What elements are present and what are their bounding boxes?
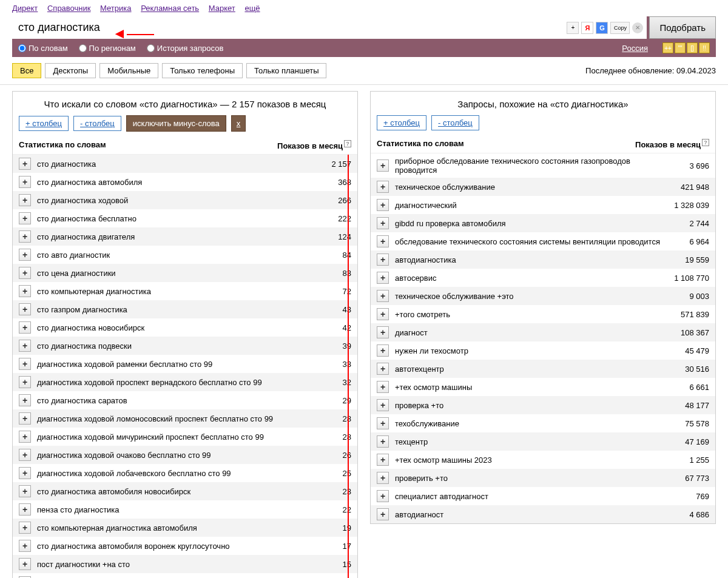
del-column-button[interactable]: - столбец bbox=[73, 116, 121, 131]
expand-icon[interactable]: + bbox=[377, 308, 389, 320]
expand-icon[interactable]: + bbox=[19, 267, 31, 279]
help-icon[interactable]: ? bbox=[702, 139, 709, 146]
tab-all[interactable]: Все bbox=[12, 63, 41, 78]
expand-icon[interactable]: + bbox=[19, 340, 31, 352]
keyword-text[interactable]: автосервис bbox=[395, 274, 661, 283]
tab-mobile[interactable]: Мобильные bbox=[99, 63, 158, 78]
mini-plus-icon[interactable]: ++ bbox=[662, 42, 673, 53]
expand-icon[interactable]: + bbox=[377, 490, 389, 502]
expand-icon[interactable]: + bbox=[19, 540, 31, 552]
tab-phones[interactable]: Только телефоны bbox=[162, 63, 243, 78]
expand-icon[interactable]: + bbox=[19, 449, 31, 461]
add-column-button[interactable]: + столбец bbox=[377, 115, 426, 130]
nav-link[interactable]: Рекламная сеть bbox=[141, 4, 199, 13]
keyword-text[interactable]: сто диагностика двигателя bbox=[37, 232, 303, 241]
keyword-text[interactable]: диагностика ходовой проспект вернадского… bbox=[37, 378, 303, 387]
expand-icon[interactable]: + bbox=[377, 454, 389, 466]
tab-desktop[interactable]: Десктопы bbox=[45, 63, 96, 78]
keyword-text[interactable]: сто диагностика подвески bbox=[37, 341, 303, 351]
expand-icon[interactable]: + bbox=[19, 158, 31, 170]
keyword-text[interactable]: диагност bbox=[395, 328, 661, 337]
keyword-text[interactable]: автодиагност bbox=[395, 510, 661, 519]
expand-icon[interactable]: + bbox=[377, 363, 389, 375]
keyword-text[interactable]: специалист автодиагност bbox=[395, 492, 661, 501]
yandex-icon[interactable]: Я bbox=[581, 22, 593, 34]
region-link[interactable]: Россия bbox=[622, 44, 648, 53]
expand-icon[interactable]: + bbox=[377, 160, 389, 172]
clear-icon[interactable]: ✕ bbox=[632, 22, 643, 33]
radio-by-regions[interactable]: По регионам bbox=[79, 44, 136, 53]
tab-tablets[interactable]: Только планшеты bbox=[246, 63, 326, 78]
keyword-text[interactable]: техническое обслуживание bbox=[395, 183, 661, 192]
nav-link[interactable]: Маркет bbox=[209, 4, 235, 13]
expand-icon[interactable]: + bbox=[19, 431, 31, 443]
mini-exclaim-icon[interactable]: !! bbox=[699, 42, 710, 53]
expand-icon[interactable]: + bbox=[19, 358, 31, 370]
keyword-text[interactable]: диагностика ходовой очаково бесплатно ст… bbox=[37, 451, 303, 460]
search-input[interactable] bbox=[12, 16, 563, 39]
keyword-text[interactable]: диагностика ходовой раменки бесплатно ст… bbox=[37, 360, 303, 369]
del-column-button[interactable]: - столбец bbox=[431, 115, 479, 130]
expand-icon[interactable]: + bbox=[19, 503, 31, 516]
expand-icon[interactable]: + bbox=[377, 508, 389, 520]
keyword-text[interactable]: сто диагностика ходовой bbox=[37, 196, 303, 205]
keyword-text[interactable]: техцентр bbox=[395, 437, 661, 446]
expand-icon[interactable]: + bbox=[377, 344, 389, 357]
expand-icon[interactable]: + bbox=[377, 417, 389, 429]
expand-icon[interactable]: + bbox=[19, 212, 31, 224]
expand-icon[interactable]: + bbox=[377, 272, 389, 284]
radio-by-words[interactable]: По словам bbox=[18, 44, 68, 53]
keyword-text[interactable]: +тех осмотр машины bbox=[395, 383, 661, 392]
expand-icon[interactable]: + bbox=[19, 303, 31, 315]
nav-link[interactable]: Метрика bbox=[100, 4, 131, 13]
expand-icon[interactable]: + bbox=[377, 472, 389, 484]
keyword-text[interactable]: +тех осмотр машины 2023 bbox=[395, 455, 661, 465]
keyword-text[interactable]: сто диагностика автомобиля новосибирск bbox=[37, 487, 303, 496]
expand-icon[interactable]: + bbox=[19, 467, 31, 479]
keyword-text[interactable]: сто диагностика bbox=[37, 160, 303, 169]
expand-icon[interactable]: + bbox=[377, 181, 389, 193]
help-icon[interactable]: ? bbox=[344, 140, 351, 147]
nav-link[interactable]: ещё bbox=[244, 4, 260, 13]
expand-icon[interactable]: + bbox=[19, 176, 31, 188]
keyword-text[interactable]: сто компьютерная диагностика автомобиля bbox=[37, 523, 303, 533]
keyword-text[interactable]: сто диагностика автомобиля bbox=[37, 178, 303, 187]
expand-icon[interactable]: + bbox=[19, 394, 31, 406]
expand-icon[interactable]: + bbox=[19, 194, 31, 206]
expand-icon[interactable]: + bbox=[19, 558, 31, 570]
expand-icon[interactable]: + bbox=[377, 254, 389, 266]
keyword-text[interactable]: сто диагностика новосибирск bbox=[37, 323, 303, 332]
keyword-text[interactable]: техобслуживание bbox=[395, 419, 661, 428]
keyword-text[interactable]: +того смотреть bbox=[395, 310, 661, 319]
expand-icon[interactable]: + bbox=[19, 321, 31, 334]
mini-quote-icon[interactable]: "" bbox=[675, 42, 686, 53]
expand-icon[interactable]: + bbox=[377, 435, 389, 448]
keyword-text[interactable]: автотехцентр bbox=[395, 365, 661, 374]
expand-icon[interactable]: + bbox=[19, 285, 31, 297]
keyword-text[interactable]: сто диагностика саратов bbox=[37, 396, 303, 405]
expand-icon[interactable]: + bbox=[377, 381, 389, 393]
expand-icon[interactable]: + bbox=[377, 199, 389, 211]
expand-icon[interactable]: + bbox=[377, 290, 389, 302]
expand-icon[interactable]: + bbox=[19, 230, 31, 243]
expand-icon[interactable]: + bbox=[377, 399, 389, 411]
keyword-text[interactable]: пенза сто диагностика bbox=[37, 505, 303, 514]
nav-link[interactable]: Справочник bbox=[47, 4, 91, 13]
keyword-text[interactable]: сто компьютерная диагностика bbox=[37, 287, 303, 296]
google-icon[interactable]: G bbox=[596, 22, 608, 34]
keyword-text[interactable]: сто диагностика бесплатно bbox=[37, 214, 303, 223]
expand-icon[interactable]: + bbox=[377, 217, 389, 229]
expand-icon[interactable]: + bbox=[19, 376, 31, 388]
keyword-text[interactable]: проверить +то bbox=[395, 474, 661, 483]
keyword-text[interactable]: обследование технического состояния сист… bbox=[395, 237, 661, 246]
keyword-text[interactable]: техническое обслуживание +это bbox=[395, 292, 661, 301]
keyword-text[interactable]: проверка +то bbox=[395, 401, 661, 410]
plus-icon[interactable]: + bbox=[567, 22, 579, 34]
x-button[interactable]: x bbox=[231, 115, 246, 132]
keyword-text[interactable]: приборное обследование технического сост… bbox=[395, 156, 661, 175]
keyword-text[interactable]: сто авто диагностик bbox=[37, 250, 303, 260]
mini-bracket-icon[interactable]: [] bbox=[687, 42, 698, 53]
keyword-text[interactable]: диагностика ходовой ломоносовский проспе… bbox=[37, 414, 303, 423]
keyword-text[interactable]: сто диагностика автомобиля воронеж кругл… bbox=[37, 542, 303, 551]
keyword-text[interactable]: диагностика ходовой мичуринский проспект… bbox=[37, 432, 303, 442]
